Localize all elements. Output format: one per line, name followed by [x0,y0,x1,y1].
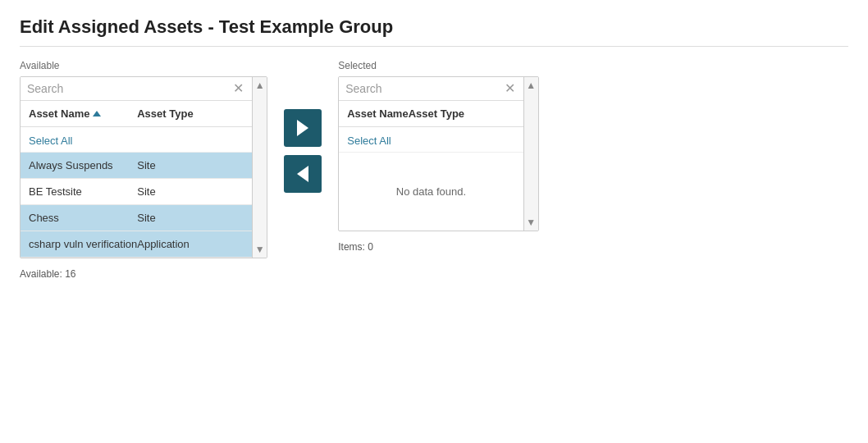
available-table-row[interactable]: Chess Site [21,205,252,231]
selected-footer: Items: 0 [338,236,538,258]
selected-no-data: No data found. [339,153,523,231]
available-table-row[interactable]: BE Testsite Site [21,179,252,205]
available-search-bar: ✕ [21,77,252,101]
selected-select-all-link[interactable]: Select All [347,135,391,147]
selected-table-header: Asset Name Asset Type [339,101,523,127]
move-left-button[interactable] [284,155,322,193]
available-scroll-down-icon[interactable]: ▼ [255,244,265,254]
available-select-all-row: Select All [21,127,252,153]
row-asset-name: csharp vuln verification [29,238,137,250]
selected-scroll-up-icon[interactable]: ▲ [526,80,536,90]
move-right-button[interactable] [284,109,322,147]
selected-col-type-label: Asset Type [409,107,515,120]
arrow-left-icon [297,166,308,182]
selected-clear-icon[interactable]: ✕ [503,82,517,95]
row-asset-type: Application [137,238,244,250]
arrow-right-icon [297,120,308,136]
available-table-row[interactable]: csharp vuln verification Application [21,231,252,258]
available-col-type-label: Asset Type [137,107,244,120]
page-title: Edit Assigned Assets - Test Example Grou… [20,16,848,47]
available-col-name-label: Asset Name [29,107,89,120]
row-asset-type: Site [137,212,244,224]
selected-scroll-down-icon[interactable]: ▼ [526,217,536,227]
available-table-header: Asset Name Asset Type [21,101,252,127]
row-asset-type: Site [137,185,244,198]
available-panel: ✕ Asset Name Asset Type Select All Al [20,76,267,258]
row-asset-name: Chess [29,212,137,224]
available-table-body: Always Suspends Site BE Testsite Site Ch… [21,153,252,258]
selected-select-all-row: Select All [339,127,523,153]
available-footer: Available: 16 [20,263,267,285]
transfer-buttons [267,60,338,193]
available-sort-arrow-icon[interactable] [93,111,101,116]
selected-panel: ✕ Asset Name Asset Type Select All No da… [338,76,538,231]
available-search-input[interactable] [27,82,231,95]
row-asset-name: Always Suspends [29,159,137,171]
available-clear-icon[interactable]: ✕ [231,82,245,95]
available-scroll-up-icon[interactable]: ▲ [255,80,265,90]
selected-scrollbar[interactable]: ▲ ▼ [523,77,538,231]
available-label: Available [20,60,267,71]
selected-search-input[interactable] [345,82,502,95]
row-asset-type: Site [137,159,244,171]
selected-search-bar: ✕ [339,77,523,101]
selected-col-name-label: Asset Name [347,107,408,120]
available-scrollbar[interactable]: ▲ ▼ [252,77,267,258]
row-asset-name: BE Testsite [29,185,137,198]
available-table-row[interactable]: Always Suspends Site [21,153,252,179]
selected-label: Selected [338,60,538,71]
available-select-all-link[interactable]: Select All [29,135,72,147]
